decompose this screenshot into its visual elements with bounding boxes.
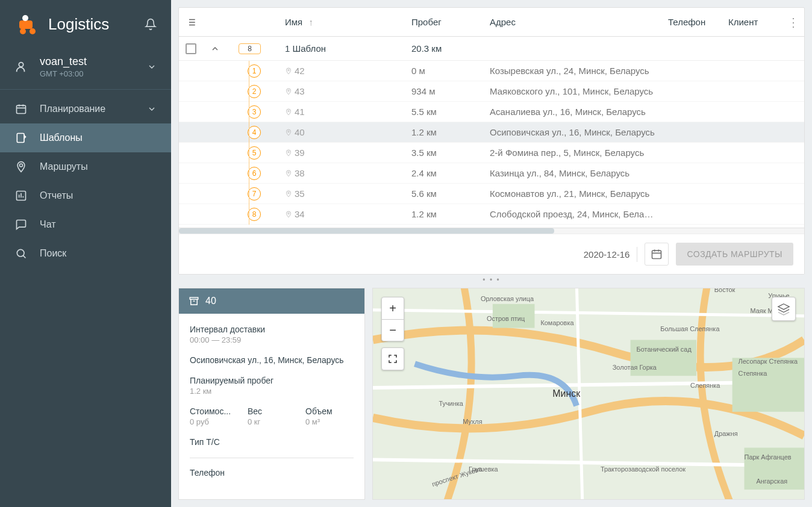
action-bar: 2020-12-16 СОЗДАТЬ МАРШРУТЫ: [179, 234, 804, 274]
row-mileage: 5.6 км: [405, 188, 484, 199]
svg-point-12: [288, 110, 290, 112]
table-row[interactable]: 2 43 934 м Маяковского ул., 101, Минск, …: [179, 81, 804, 102]
zoom-in-button[interactable]: +: [382, 297, 404, 319]
pin-icon: [285, 149, 292, 157]
detail-title: 40: [205, 296, 216, 306]
chevron-down-icon: [147, 62, 157, 72]
pin-icon: [285, 87, 292, 96]
row-mileage: 2.4 км: [405, 168, 484, 178]
svg-rect-19: [190, 297, 198, 299]
list-icon[interactable]: [186, 17, 196, 28]
sidebar: Logistics voan_test GMT +03:00 Планирова…: [0, 0, 171, 507]
sidebar-item-reports[interactable]: Отчеты: [0, 181, 171, 210]
calendar-icon: [14, 103, 28, 115]
interval-label: Интервал доставки: [190, 325, 354, 334]
vehicle-label: Тип Т/С: [190, 437, 354, 447]
svg-point-16: [288, 192, 290, 194]
sequence-badge: 5: [248, 146, 261, 160]
sidebar-item-routes[interactable]: Маршруты: [0, 152, 171, 181]
th-name[interactable]: Имя ↑: [279, 17, 405, 27]
create-routes-button[interactable]: СОЗДАТЬ МАРШРУТЫ: [676, 243, 793, 266]
phone-label: Телефон: [190, 468, 354, 477]
more-icon[interactable]: ⋮: [787, 15, 799, 30]
svg-text:Лесопарк Степянка: Лесопарк Степянка: [739, 358, 798, 365]
nav-label: Шаблоны: [40, 132, 83, 143]
svg-text:Дражня: Дражня: [714, 430, 738, 437]
svg-rect-23: [732, 358, 804, 412]
map-city-label: Минск: [552, 388, 581, 399]
logo-icon: [14, 12, 39, 36]
row-address: Космонавтов ул., 21, Минск, Беларусь: [484, 188, 662, 199]
row-address: Козыревская ул., 24, Минск, Беларусь: [484, 66, 662, 76]
layers-button[interactable]: [772, 297, 796, 321]
table-row[interactable]: 5 39 3.5 км 2-й Фомина пер., 5, Минск, Б…: [179, 143, 804, 163]
row-mileage: 1.2 км: [405, 209, 484, 219]
row-name: 38: [279, 168, 405, 178]
zoom-out-button[interactable]: −: [382, 319, 404, 341]
volume-label: Объем: [305, 406, 354, 416]
fullscreen-button[interactable]: [382, 348, 404, 370]
planned-value: 1.2 км: [190, 387, 354, 396]
sequence-badge: 6: [248, 167, 261, 180]
table-row[interactable]: 8 34 1.2 км Слободской проезд, 24, Минск…: [179, 204, 804, 225]
group-row[interactable]: 8 1 Шаблон 20.3 км: [179, 37, 804, 61]
svg-rect-18: [652, 250, 661, 258]
sort-asc-icon: ↑: [308, 17, 313, 27]
svg-point-17: [288, 213, 290, 214]
table-row[interactable]: 1 42 0 м Козыревская ул., 24, Минск, Бел…: [179, 61, 804, 81]
svg-text:Ботанический сад: Ботанический сад: [637, 346, 692, 353]
svg-text:Тучинка: Тучинка: [439, 400, 463, 407]
weight-label: Вес: [248, 406, 296, 416]
map[interactable]: Минск Орловская улица Комаровка Остров п…: [372, 288, 805, 500]
drag-handle[interactable]: • • •: [171, 275, 812, 288]
svg-rect-6: [17, 134, 24, 143]
logo[interactable]: Logistics: [14, 12, 109, 36]
row-name: 40: [279, 127, 405, 137]
table-row[interactable]: 6 38 2.4 км Казинца ул., 84, Минск, Бела…: [179, 163, 804, 184]
row-name: 41: [279, 107, 405, 117]
user-block[interactable]: voan_test GMT +03:00: [0, 48, 171, 90]
horizontal-scrollbar[interactable]: [179, 228, 804, 234]
th-address[interactable]: Адрес: [484, 17, 662, 27]
row-mileage: 934 м: [405, 86, 484, 96]
table-header-row: Имя ↑ Пробег Адрес Телефон Клиент ⋮: [179, 8, 804, 37]
th-client[interactable]: Клиент: [722, 17, 782, 27]
nav-label: Отчеты: [40, 190, 73, 201]
sidebar-item-planning[interactable]: Планирование: [0, 95, 171, 123]
username: voan_test: [40, 55, 135, 68]
svg-rect-2: [19, 20, 33, 29]
svg-point-10: [288, 69, 290, 71]
nav-label: Планирование: [40, 104, 105, 114]
row-address: Асаналиева ул., 16, Минск, Беларусь: [484, 107, 662, 117]
sidebar-item-chat[interactable]: Чат: [0, 210, 171, 239]
sequence-badge: 7: [248, 187, 261, 201]
th-mileage[interactable]: Пробег: [405, 17, 484, 27]
bell-icon[interactable]: [145, 17, 157, 31]
row-name: 35: [279, 188, 405, 199]
calendar-button[interactable]: [645, 243, 669, 266]
th-phone[interactable]: Телефон: [662, 17, 722, 27]
svg-rect-5: [17, 105, 26, 113]
nav-label: Маршруты: [40, 161, 88, 172]
svg-text:Большая Слепянка: Большая Слепянка: [660, 325, 720, 332]
svg-point-13: [288, 131, 290, 132]
table-row[interactable]: 7 35 5.6 км Космонавтов ул., 21, Минск, …: [179, 184, 804, 204]
svg-text:Комаровка: Комаровка: [540, 319, 574, 326]
sequence-badge: 2: [248, 85, 261, 98]
pin-icon: [285, 67, 292, 75]
weight-value: 0 кг: [248, 417, 296, 426]
table-row[interactable]: 4 40 1.2 км Осиповичская ул., 16, Минск,…: [179, 122, 804, 143]
chevron-up-icon[interactable]: [203, 44, 227, 54]
sequence-badge: 1: [248, 64, 261, 78]
sidebar-item-templates[interactable]: Шаблоны: [0, 123, 171, 152]
svg-text:Парк Афганцев: Парк Афганцев: [745, 453, 792, 461]
checkbox[interactable]: [186, 43, 196, 54]
chevron-down-icon: [147, 104, 157, 114]
svg-text:Восток: Восток: [714, 288, 735, 293]
count-badge: 8: [239, 43, 261, 54]
template-icon: [14, 132, 28, 144]
sidebar-item-search[interactable]: Поиск: [0, 239, 171, 268]
svg-point-7: [20, 164, 23, 167]
svg-text:Мухля: Мухля: [463, 418, 483, 425]
table-row[interactable]: 3 41 5.5 км Асаналиева ул., 16, Минск, Б…: [179, 102, 804, 122]
